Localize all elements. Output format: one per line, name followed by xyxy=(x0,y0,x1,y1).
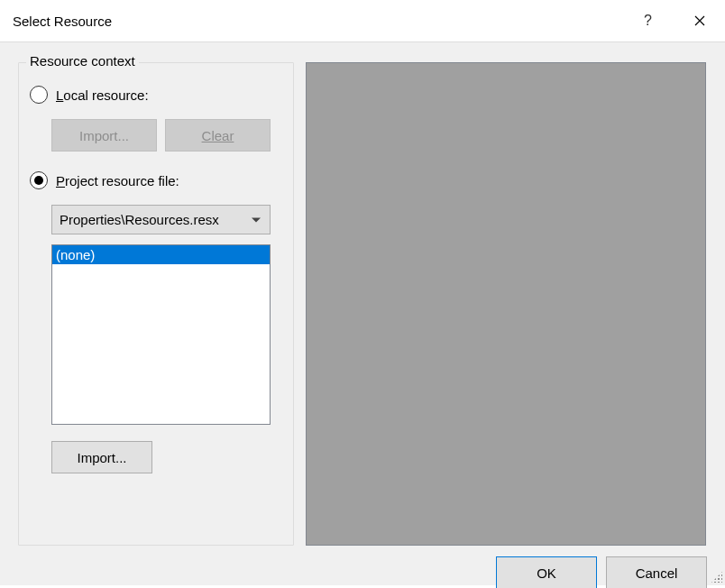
import-local-button: Import... xyxy=(51,119,157,152)
grip-icon xyxy=(711,572,722,583)
ok-button[interactable]: OK xyxy=(496,556,597,588)
radio-local-label: Local resource: xyxy=(56,87,149,103)
radio-local-resource[interactable]: Local resource: xyxy=(30,86,149,104)
close-icon xyxy=(694,15,705,26)
list-item[interactable]: (none) xyxy=(52,245,270,264)
resource-listbox[interactable]: (none) xyxy=(51,244,271,425)
dialog-footer: OK Cancel xyxy=(496,556,707,588)
resize-grip[interactable] xyxy=(711,571,723,583)
group-legend: Resource context xyxy=(26,53,139,69)
cancel-button[interactable]: Cancel xyxy=(606,556,707,588)
dialog-body: Resource context Local resource: Import.… xyxy=(0,42,725,585)
chevron-down-icon xyxy=(252,217,261,222)
radio-project-label: Project resource file: xyxy=(56,173,179,188)
help-button[interactable]: ? xyxy=(622,0,674,42)
radio-icon xyxy=(30,86,48,104)
clear-button: Clear xyxy=(165,119,271,152)
radio-icon xyxy=(30,171,48,189)
title-bar: Select Resource ? xyxy=(0,0,725,42)
close-button[interactable] xyxy=(674,0,725,42)
import-project-button[interactable]: Import... xyxy=(51,441,152,473)
resource-context-group: Resource context Local resource: Import.… xyxy=(18,62,294,546)
radio-project-resource[interactable]: Project resource file: xyxy=(30,171,179,189)
local-button-row: Import... Clear xyxy=(51,119,271,152)
dropdown-value: Properties\Resources.resx xyxy=(60,212,219,227)
resource-file-dropdown[interactable]: Properties\Resources.resx xyxy=(51,205,271,234)
window-title: Select Resource xyxy=(13,14,622,29)
preview-panel xyxy=(306,62,706,546)
